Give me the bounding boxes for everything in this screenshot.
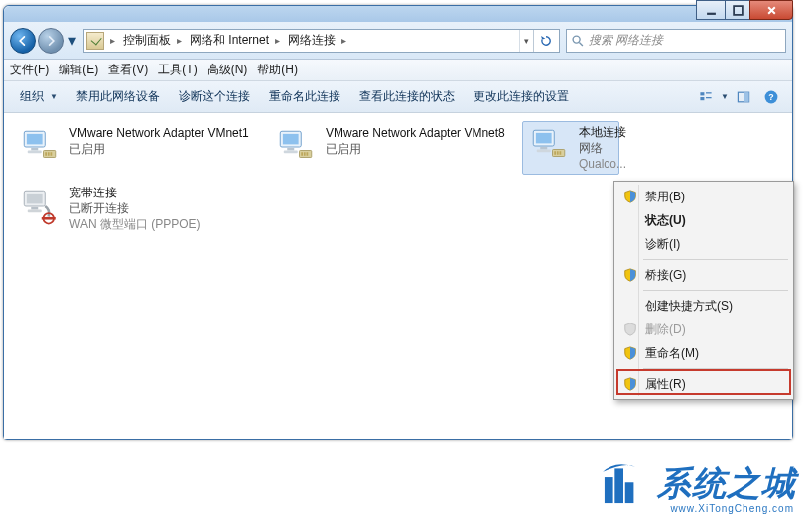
ctx-create-shortcut-label: 创建快捷方式(S) bbox=[645, 298, 733, 315]
shield-icon bbox=[622, 376, 638, 392]
ctx-disable[interactable]: 禁用(B) bbox=[617, 185, 790, 208]
rename-button[interactable]: 重命名此连接 bbox=[261, 84, 348, 110]
ctx-status[interactable]: 状态(U) bbox=[617, 208, 790, 232]
connection-item[interactable]: VMware Network Adapter VMnet8 已启用 bbox=[274, 125, 512, 169]
breadcrumb-3[interactable]: 网络连接▸ bbox=[284, 32, 350, 49]
menu-tools[interactable]: 工具(T) bbox=[158, 62, 197, 78]
ctx-create-shortcut[interactable]: 创建快捷方式(S) bbox=[617, 294, 790, 318]
nav-arrows: ▾ bbox=[10, 28, 79, 54]
menu-advanced[interactable]: 高级(N) bbox=[207, 62, 248, 78]
change-settings-button[interactable]: 更改此连接的设置 bbox=[466, 84, 577, 110]
shield-icon bbox=[622, 267, 638, 283]
diagnose-button[interactable]: 诊断这个连接 bbox=[171, 84, 258, 110]
svg-rect-34 bbox=[560, 151, 562, 155]
ctx-rename[interactable]: 重命名(M) bbox=[617, 341, 790, 365]
ctx-disable-label: 禁用(B) bbox=[645, 189, 685, 205]
command-bar: 组织▼ 禁用此网络设备 诊断这个连接 重命名此连接 查看此连接的状态 更改此连接… bbox=[4, 81, 792, 113]
menu-view[interactable]: 查看(V) bbox=[108, 62, 148, 78]
organize-button[interactable]: 组织▼ bbox=[12, 84, 66, 110]
svg-rect-28 bbox=[536, 133, 552, 144]
svg-rect-18 bbox=[51, 152, 53, 156]
breadcrumb-label: 网络和 Internet bbox=[186, 32, 271, 49]
svg-rect-5 bbox=[706, 92, 712, 93]
titlebar[interactable] bbox=[4, 6, 792, 22]
watermark-url: www.XiTongCheng.com bbox=[670, 503, 794, 514]
search-icon bbox=[571, 34, 585, 48]
ctx-properties[interactable]: 属性(R) bbox=[617, 372, 790, 396]
svg-rect-37 bbox=[31, 207, 38, 210]
svg-rect-40 bbox=[605, 477, 613, 503]
svg-rect-21 bbox=[287, 148, 294, 151]
connection-name: 宽带连接 bbox=[69, 185, 201, 200]
svg-rect-14 bbox=[28, 151, 42, 154]
connection-item[interactable]: VMware Network Adapter VMnet1 已启用 bbox=[18, 125, 256, 169]
breadcrumb-1[interactable]: 控制面板▸ bbox=[119, 32, 186, 49]
svg-rect-16 bbox=[45, 152, 47, 156]
connection-item[interactable]: 宽带连接 已断开连接 WAN 微型端口 (PPPOE) bbox=[18, 185, 256, 232]
shield-icon bbox=[622, 322, 638, 337]
svg-rect-26 bbox=[307, 152, 309, 156]
svg-rect-24 bbox=[301, 152, 303, 156]
ctx-diagnose-label: 诊断(I) bbox=[645, 236, 680, 253]
disable-device-button[interactable]: 禁用此网络设备 bbox=[68, 84, 168, 110]
svg-rect-32 bbox=[554, 151, 556, 155]
svg-rect-12 bbox=[27, 134, 43, 145]
menu-help[interactable]: 帮助(H) bbox=[257, 62, 298, 78]
nav-history-dropdown[interactable]: ▾ bbox=[66, 32, 79, 50]
preview-pane-button[interactable] bbox=[731, 85, 756, 109]
ctx-diagnose[interactable]: 诊断(I) bbox=[617, 232, 790, 256]
svg-rect-38 bbox=[28, 210, 42, 213]
search-input[interactable]: 搜索 网络连接 bbox=[566, 29, 786, 53]
svg-rect-42 bbox=[625, 482, 634, 503]
maximize-button[interactable] bbox=[725, 0, 750, 20]
address-dropdown[interactable]: ▾ bbox=[519, 30, 533, 52]
view-status-label: 查看此连接的状态 bbox=[359, 88, 455, 105]
network-adapter-icon bbox=[527, 124, 571, 168]
rename-label: 重命名此连接 bbox=[269, 88, 340, 105]
network-adapter-icon bbox=[274, 125, 318, 169]
nav-bar: ▾ ▸ 控制面板▸ 网络和 Internet▸ 网络连接▸ ▾ 搜索 网络连接 bbox=[4, 22, 792, 60]
change-settings-label: 更改此连接的设置 bbox=[474, 88, 569, 105]
forward-button[interactable] bbox=[38, 28, 64, 54]
svg-rect-13 bbox=[31, 148, 38, 151]
svg-rect-41 bbox=[614, 468, 623, 503]
svg-rect-25 bbox=[304, 152, 306, 156]
address-bar[interactable]: ▸ 控制面板▸ 网络和 Internet▸ 网络连接▸ ▾ bbox=[83, 29, 560, 53]
breadcrumb-root[interactable]: ▸ bbox=[106, 35, 119, 46]
help-button[interactable]: ? bbox=[758, 85, 784, 109]
separator bbox=[643, 290, 788, 291]
ctx-bridge-label: 桥接(G) bbox=[645, 267, 686, 284]
minimize-button[interactable] bbox=[696, 0, 726, 20]
view-status-button[interactable]: 查看此连接的状态 bbox=[351, 84, 463, 110]
svg-rect-29 bbox=[540, 147, 547, 150]
connection-status: 已启用 bbox=[69, 141, 249, 157]
view-mode-button[interactable] bbox=[693, 85, 719, 109]
ctx-delete: 删除(D) bbox=[617, 318, 790, 341]
menu-edit[interactable]: 编辑(E) bbox=[59, 62, 98, 78]
svg-rect-4 bbox=[700, 97, 704, 100]
location-icon bbox=[86, 32, 104, 50]
menu-file[interactable]: 文件(F) bbox=[10, 62, 49, 78]
svg-rect-0 bbox=[707, 12, 716, 14]
organize-label: 组织 bbox=[20, 88, 44, 105]
close-button[interactable] bbox=[749, 0, 793, 20]
watermark-logo bbox=[598, 458, 649, 510]
svg-rect-1 bbox=[734, 6, 743, 15]
refresh-button[interactable] bbox=[533, 30, 557, 52]
connection-name: 本地连接 bbox=[579, 124, 626, 140]
ctx-bridge[interactable]: 桥接(G) bbox=[617, 263, 790, 287]
connection-item-selected[interactable]: 本地连接 网络 Qualco... bbox=[522, 121, 619, 175]
svg-rect-20 bbox=[283, 134, 299, 145]
breadcrumb-2[interactable]: 网络和 Internet▸ bbox=[186, 32, 284, 49]
connection-name: VMware Network Adapter VMnet8 bbox=[326, 125, 505, 141]
connection-status: 已启用 bbox=[326, 141, 505, 157]
ctx-status-label: 状态(U) bbox=[645, 212, 686, 229]
view-mode-dropdown[interactable]: ▼ bbox=[721, 92, 729, 101]
separator bbox=[643, 259, 788, 260]
svg-text:?: ? bbox=[768, 92, 773, 102]
context-menu: 禁用(B) 状态(U) 诊断(I) 桥接(G) 创建快捷方式(S) 删除(D) … bbox=[613, 181, 794, 400]
svg-rect-33 bbox=[557, 151, 559, 155]
dialup-icon bbox=[18, 185, 62, 228]
back-button[interactable] bbox=[10, 28, 36, 54]
connection-status: 网络 bbox=[579, 140, 626, 156]
